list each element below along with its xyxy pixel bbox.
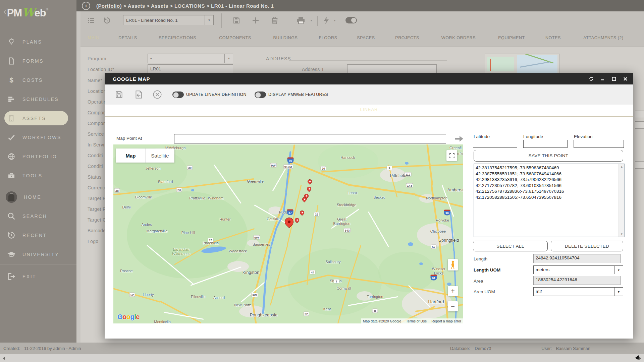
history-undo-icon[interactable] <box>101 15 113 26</box>
tab-notes[interactable]: NOTES <box>545 36 561 40</box>
terms-of-use-link[interactable]: Terms of Use <box>406 319 427 323</box>
coordinate-list-item[interactable]: 42.38137545217595;-73.5598367480469 <box>476 165 619 171</box>
sidebar-item-exit[interactable]: EXIT <box>0 267 76 286</box>
workflow-lightning-icon[interactable] <box>321 15 332 26</box>
tab-specifications[interactable]: SPECIFICATIONS <box>159 36 196 40</box>
tab-equipment[interactable]: EQUIPMENT <box>498 36 525 40</box>
tab-details[interactable]: DETAILS <box>118 36 137 40</box>
coordinate-list-item[interactable]: 42.33875556591851;-73.56807649414066 <box>476 171 619 177</box>
latitude-input[interactable] <box>473 140 517 148</box>
import-definition-icon[interactable] <box>133 89 144 100</box>
delete-selected-button[interactable]: DELETE SELECTED <box>551 241 623 251</box>
close-icon[interactable] <box>623 76 628 81</box>
report-map-error-link[interactable]: Report a map error <box>431 319 461 323</box>
route-shield: 57 <box>431 245 437 249</box>
refresh-icon[interactable] <box>588 76 594 81</box>
elevation-input[interactable] <box>574 140 624 148</box>
print-menu-caret[interactable]: ▾ <box>308 15 315 26</box>
pmweb-logo[interactable]: ‹PMWeb® <box>3 5 74 20</box>
map-point-marker[interactable] <box>294 217 300 223</box>
scroll-left-icon[interactable] <box>3 357 5 360</box>
dialog-titlebar[interactable]: GOOGLE MAP <box>105 73 633 84</box>
location-id-input[interactable]: LR01 <box>148 64 233 74</box>
delete-icon[interactable] <box>269 15 280 26</box>
tab-work-orders[interactable]: WORK ORDERS <box>441 36 476 40</box>
sidebar-item-plans[interactable]: PLANS <box>0 32 76 51</box>
sidebar-item-tools[interactable]: TOOLS <box>0 166 76 185</box>
coordinate-list-item[interactable]: 42.212756787328836;-73.61751497070316 <box>476 188 619 194</box>
satellite-button[interactable]: Satellite <box>145 148 174 163</box>
address1-input[interactable] <box>347 64 437 74</box>
length-label: Length <box>474 256 487 261</box>
save-icon[interactable] <box>231 15 242 26</box>
route-shield: 9W <box>251 293 258 297</box>
length-uom-select[interactable]: meters▾ <box>533 265 623 274</box>
tab-main[interactable]: MAIN <box>88 36 99 40</box>
map-point-marker[interactable] <box>306 186 312 192</box>
cancel-icon[interactable] <box>152 89 162 100</box>
tab-floors[interactable]: FLOORS <box>319 36 337 40</box>
sidebar-item-schedules[interactable]: SCHEDULES <box>0 89 76 109</box>
list-scrollbar[interactable]: ▲ ▼ <box>619 164 624 237</box>
info-icon[interactable]: i <box>82 2 90 10</box>
tab-spaces[interactable]: SPACES <box>357 36 375 40</box>
area-uom-select[interactable]: m2▾ <box>533 287 623 296</box>
collapse-chevron-icon[interactable]: ‹ <box>3 6 6 16</box>
sidebar-item-recent[interactable]: RECENT <box>0 226 76 245</box>
location-image-thumbnail[interactable] <box>485 54 560 73</box>
breadcrumb-portfolio-link[interactable]: (Portfolio) <box>96 3 122 9</box>
screen: i (Portfolio) > Assets > Assets > LOCATI… <box>0 0 644 362</box>
coordinates-listbox[interactable]: 42.38137545217595;-73.559836748046942.33… <box>474 164 625 237</box>
sidebar-item-forms[interactable]: FORMS <box>0 51 76 70</box>
map-place-label: Greenville <box>247 179 264 184</box>
list-view-icon[interactable] <box>86 15 97 26</box>
tab-projects[interactable]: PROJECTS <box>395 36 419 40</box>
map-button[interactable]: Map <box>116 148 145 163</box>
fullscreen-icon[interactable] <box>446 150 457 161</box>
horizontal-scrollbar[interactable] <box>0 354 644 362</box>
pegman-icon[interactable] <box>448 259 458 270</box>
sidebar-item-portfolio[interactable]: PORTFOLIO <box>0 147 76 166</box>
sidebar-item-costs[interactable]: $COSTS <box>0 70 76 89</box>
sidebar-item-home[interactable]: HOME <box>0 187 76 206</box>
scroll-down-icon[interactable]: ▼ <box>619 231 625 237</box>
update-linear-definition-toggle[interactable] <box>172 92 184 98</box>
display-pmweb-features-toggle[interactable] <box>255 92 266 98</box>
address-section-header: ADDRESS <box>266 56 291 61</box>
coordinate-list-item[interactable]: 42.17205828851505;-73.65047395507816 <box>476 194 619 200</box>
minimize-icon[interactable] <box>600 76 605 81</box>
record-select[interactable]: LR01 - Linear Road No. 1 ▾ <box>123 15 214 25</box>
coordinate-list-item[interactable]: 42.29813832353616;-73.57906282226566 <box>476 177 619 183</box>
tab-buildings[interactable]: BUILDINGS <box>273 36 298 40</box>
select-all-button[interactable]: SELECT ALL <box>473 241 548 251</box>
sidebar-item-assets[interactable]: ASSETS <box>0 109 76 128</box>
save-this-point-button[interactable]: SAVE THIS POINT <box>474 150 623 162</box>
maximize-icon[interactable] <box>611 76 616 81</box>
google-logo-letter: e <box>136 313 140 320</box>
longitude-input[interactable] <box>523 140 568 148</box>
layout-toggle[interactable] <box>345 17 357 23</box>
save-map-icon[interactable] <box>114 89 124 100</box>
coordinate-list-item[interactable]: 42.27172305770782;-73.60103547851566 <box>476 183 619 189</box>
tab-components[interactable]: COMPONENTS <box>219 36 251 40</box>
sidebar-item-workflows[interactable]: WORKFLOWS <box>0 128 76 147</box>
tab-attachments-2-[interactable]: ATTACHMENTS (2) <box>583 36 624 40</box>
zoom-in-button[interactable]: + <box>448 286 458 296</box>
program-select[interactable]: -▾ <box>148 54 233 63</box>
zoom-out-button[interactable]: − <box>448 301 458 311</box>
scroll-up-icon[interactable]: ▲ <box>619 164 625 169</box>
map-point-marker[interactable] <box>307 178 313 184</box>
form-label[interactable]: Compon <box>88 110 106 115</box>
map-point-marker[interactable] <box>299 209 305 216</box>
sidebar-scroll-strip[interactable] <box>76 11 80 343</box>
add-icon[interactable] <box>250 15 261 26</box>
map-place-label: Saugerties <box>253 242 270 247</box>
status-bar: Created: 11-22-2016 by admin - Admin Dat… <box>0 343 644 354</box>
go-arrow-icon[interactable] <box>453 133 465 144</box>
lightning-menu-caret[interactable]: ▾ <box>331 15 338 26</box>
map-point-at-input[interactable] <box>174 134 446 143</box>
google-map-canvas[interactable]: MiddleburghJeffersonStamfordGreenvilleHa… <box>113 144 463 323</box>
print-icon[interactable] <box>295 15 307 26</box>
sidebar-item-search[interactable]: SEARCH <box>0 206 76 226</box>
sidebar-item-university[interactable]: UNIVERSITY <box>0 245 76 264</box>
